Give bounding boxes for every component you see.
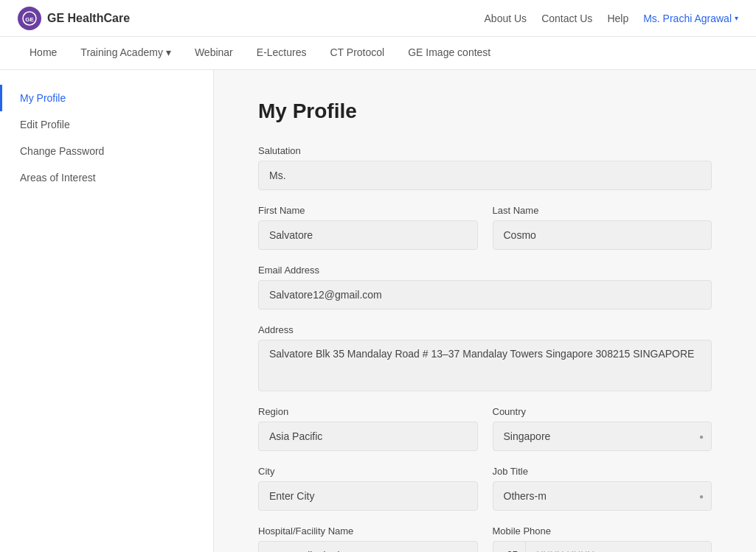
sidebar-item-areas-of-interest[interactable]: Areas of Interest [0, 164, 213, 191]
hospital-phone-row: Hospital/Facility Name Mount Elizabeth M… [258, 525, 712, 552]
salutation-value: Ms. [258, 161, 712, 190]
country-value: Singapore ● [493, 422, 712, 451]
user-menu[interactable]: Ms. Prachi Agrawal ▾ [643, 13, 738, 24]
email-group: Email Address Salvatore12@gmail.com [258, 265, 712, 310]
nav-ge-image-contest[interactable]: GE Image contest [396, 37, 502, 70]
email-label: Email Address [258, 265, 712, 276]
address-group: Address Salvatore Blk 35 Mandalay Road #… [258, 324, 712, 391]
city-group: City Enter City [258, 466, 478, 511]
nav-home[interactable]: Home [18, 37, 69, 70]
country-group: Country Singapore ● [493, 406, 712, 451]
job-title-value: Others-m ● [493, 481, 712, 511]
name-row: First Name Salvatore Last Name Cosmo [258, 205, 712, 250]
mobile-phone-label: Mobile Phone [493, 525, 712, 537]
salutation-group: Salutation Ms. [258, 145, 712, 190]
city-label: City [258, 466, 478, 477]
main-nav: Home Training Academy ▾ Webinar E-Lectur… [0, 37, 756, 70]
job-title-text: Others-m [504, 490, 547, 502]
last-name-group: Last Name Cosmo [493, 205, 712, 250]
logo-text: GE HealthCare [47, 12, 130, 25]
country-indicator: ● [699, 433, 704, 441]
email-value: Salvatore12@gmail.com [258, 280, 712, 310]
nav-ct-protocol[interactable]: CT Protocol [319, 37, 397, 70]
job-title-group: Job Title Others-m ● [493, 466, 712, 511]
mobile-phone-group: Mobile Phone +65 XXXX XXXX [493, 525, 712, 552]
city-job-row: City Enter City Job Title Others-m ● [258, 466, 712, 511]
country-label: Country [493, 406, 712, 417]
country-text: Singapore [504, 430, 551, 442]
region-group: Region Asia Pacific [258, 406, 478, 451]
first-name-value: Salvatore [258, 220, 478, 250]
logo-area: GE GE HealthCare [18, 7, 130, 30]
nav-training-academy[interactable]: Training Academy ▾ [69, 37, 183, 70]
sidebar-item-my-profile[interactable]: My Profile [0, 85, 213, 111]
sidebar: My Profile Edit Profile Change Password … [0, 70, 214, 552]
region-value: Asia Pacific [258, 422, 478, 451]
hospital-label: Hospital/Facility Name [258, 525, 478, 537]
training-academy-chevron: ▾ [166, 46, 171, 58]
svg-text:GE: GE [25, 16, 34, 23]
top-nav: GE GE HealthCare About Us Contact Us Hel… [0, 0, 756, 37]
hospital-value: Mount Elizabeth [258, 541, 478, 552]
address-label: Address [258, 324, 712, 335]
main-content: My Profile Salutation Ms. First Name Sal… [214, 70, 756, 552]
top-right-nav: About Us Contact Us Help Ms. Prachi Agra… [485, 13, 738, 24]
sidebar-item-edit-profile[interactable]: Edit Profile [0, 111, 213, 138]
region-label: Region [258, 406, 478, 417]
phone-row: +65 XXXX XXXX [493, 541, 712, 552]
page-layout: My Profile Edit Profile Change Password … [0, 70, 756, 552]
contact-us-link[interactable]: Contact Us [541, 13, 592, 24]
job-title-indicator: ● [699, 492, 704, 500]
first-name-group: First Name Salvatore [258, 205, 478, 250]
region-country-row: Region Asia Pacific Country Singapore ● [258, 406, 712, 451]
phone-number-placeholder: XXXX XXXX [525, 541, 712, 552]
sidebar-item-change-password[interactable]: Change Password [0, 138, 213, 164]
page-title: My Profile [258, 99, 712, 123]
phone-country-code: +65 [493, 541, 526, 552]
last-name-value: Cosmo [493, 220, 712, 250]
user-name: Ms. Prachi Agrawal [643, 13, 732, 24]
about-us-link[interactable]: About Us [485, 13, 527, 24]
nav-e-lectures[interactable]: E-Lectures [245, 37, 319, 70]
last-name-label: Last Name [493, 205, 712, 216]
address-value: Salvatore Blk 35 Mandalay Road # 13–37 M… [258, 340, 712, 391]
ge-logo-icon: GE [18, 7, 41, 30]
first-name-label: First Name [258, 205, 478, 216]
salutation-label: Salutation [258, 145, 712, 156]
job-title-label: Job Title [493, 466, 712, 477]
help-link[interactable]: Help [607, 13, 628, 24]
user-menu-chevron: ▾ [735, 14, 738, 22]
nav-webinar[interactable]: Webinar [183, 37, 245, 70]
hospital-group: Hospital/Facility Name Mount Elizabeth [258, 525, 478, 552]
city-value: Enter City [258, 481, 478, 511]
